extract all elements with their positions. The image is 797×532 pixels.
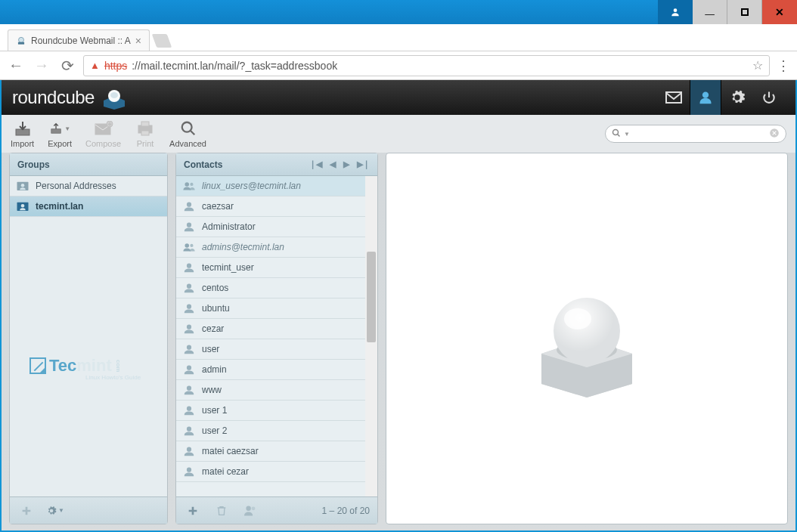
svg-point-36 xyxy=(187,427,191,431)
pager-first-icon[interactable]: ❘◀ xyxy=(309,159,322,169)
task-mail-button[interactable] xyxy=(658,80,690,115)
roundcube-app: roundcube Import xyxy=(0,80,797,532)
advanced-label: Advanced xyxy=(169,139,206,148)
import-label: Import xyxy=(11,139,34,148)
folder-contact-icon xyxy=(16,180,29,192)
add-contact-button[interactable] xyxy=(184,502,202,520)
window-close-button[interactable]: ✕ xyxy=(762,0,797,24)
contact-item[interactable]: caezsar xyxy=(176,196,377,217)
contact-item[interactable]: ubuntu xyxy=(176,298,377,319)
print-label: Print xyxy=(137,139,154,148)
pager-prev-icon[interactable]: ◀ xyxy=(330,159,336,169)
contact-group-item[interactable]: linux_users@tecmint.lan» xyxy=(176,176,377,196)
app-topbar: roundcube xyxy=(2,80,795,115)
person-icon xyxy=(182,384,196,396)
person-icon xyxy=(182,200,196,212)
group-label: Personal Addresses xyxy=(36,181,116,191)
svg-point-21 xyxy=(21,204,25,208)
person-icon xyxy=(182,302,196,314)
contact-placeholder-icon xyxy=(519,271,655,407)
remove-from-group-button[interactable] xyxy=(241,502,259,520)
person-icon xyxy=(182,363,196,376)
nav-back-button[interactable]: ← xyxy=(6,56,26,76)
contact-item[interactable]: tecmint_user xyxy=(176,258,377,278)
task-logout-button[interactable] xyxy=(753,80,785,115)
contact-item[interactable]: matei caezsar xyxy=(176,441,377,462)
groups-footer: ▼ xyxy=(10,496,167,524)
import-button[interactable]: Import xyxy=(11,119,34,148)
contacts-footer: 1 – 20 of 20 xyxy=(176,496,377,524)
contacts-list[interactable]: linux_users@tecmint.lan»caezsarAdministr… xyxy=(176,176,377,496)
contact-label: ubuntu xyxy=(202,303,230,314)
contact-item[interactable]: Administrator xyxy=(176,217,377,237)
contact-item[interactable]: user 1 xyxy=(176,401,377,421)
watermark-subtitle: Linux Howto's Guide xyxy=(85,374,141,381)
contact-item[interactable]: matei cezar xyxy=(176,462,377,482)
svg-point-25 xyxy=(187,223,191,227)
pager-last-icon[interactable]: ▶❘ xyxy=(357,159,370,169)
tab-close-icon[interactable]: × xyxy=(135,35,141,47)
contacts-pager: ❘◀ ◀ ▶ ▶❘ xyxy=(309,159,370,169)
svg-point-23 xyxy=(190,183,193,186)
window-titlebar: _ ✕ xyxy=(0,0,797,24)
add-group-button[interactable] xyxy=(17,502,36,520)
group-icon xyxy=(182,180,196,192)
address-bar[interactable]: ▲ https://mail.tecmint.lan/mail/?_task=a… xyxy=(83,55,770,76)
compose-button: + Compose xyxy=(85,119,121,148)
browser-tab[interactable]: Roundcube Webmail :: A × xyxy=(8,29,150,51)
group-item[interactable]: Personal Addresses xyxy=(10,176,167,196)
new-tab-button[interactable] xyxy=(152,34,172,48)
url-path: ://mail.tecmint.lan/mail/?_task=addressb… xyxy=(132,60,337,72)
contact-detail-pane xyxy=(386,153,788,524)
group-settings-button[interactable]: ▼ xyxy=(46,502,64,520)
contacts-toolbar: Import ▼ Export + Compose Print Advanced xyxy=(2,115,795,153)
contact-item[interactable]: admin xyxy=(176,360,377,380)
svg-point-4 xyxy=(110,92,118,98)
window-minimize-button[interactable]: _ xyxy=(693,0,727,24)
contact-label: matei caezsar xyxy=(202,446,259,456)
contact-group-item[interactable]: admins@tecmint.lan» xyxy=(176,237,377,258)
person-icon xyxy=(182,425,196,437)
scrollbar-thumb[interactable] xyxy=(367,252,376,342)
contact-item[interactable]: user xyxy=(176,339,377,360)
pager-next-icon[interactable]: ▶ xyxy=(343,159,349,169)
person-icon xyxy=(182,221,196,233)
contact-item[interactable]: centos xyxy=(176,278,377,298)
nav-forward-button[interactable]: → xyxy=(32,56,51,76)
export-label: Export xyxy=(48,139,72,148)
svg-point-32 xyxy=(187,345,191,350)
nav-reload-button[interactable]: ⟳ xyxy=(57,56,77,76)
search-box[interactable]: ▼ xyxy=(605,125,786,143)
browser-menu-button[interactable]: ⋮ xyxy=(776,57,791,74)
contacts-scrollbar[interactable] xyxy=(365,176,377,496)
svg-point-30 xyxy=(187,305,191,309)
search-input[interactable] xyxy=(633,128,766,139)
titlebar-user-icon[interactable] xyxy=(658,0,693,24)
delete-contact-button[interactable] xyxy=(212,502,231,520)
export-button[interactable]: ▼ Export xyxy=(48,119,72,148)
contacts-status: 1 – 20 of 20 xyxy=(322,506,370,516)
advanced-button[interactable]: Advanced xyxy=(169,119,206,148)
contact-label: linux_users@tecmint.lan xyxy=(202,181,301,191)
contact-label: user xyxy=(202,344,219,354)
contact-label: Administrator xyxy=(202,221,256,232)
contact-item[interactable]: www xyxy=(176,380,377,401)
svg-rect-14 xyxy=(141,131,149,135)
search-clear-icon[interactable] xyxy=(769,128,780,141)
group-item[interactable]: tecmint.lan xyxy=(10,196,167,217)
contact-item[interactable]: cezar xyxy=(176,319,377,339)
bookmark-star-icon[interactable]: ☆ xyxy=(752,58,763,73)
compose-label: Compose xyxy=(85,139,121,148)
person-icon xyxy=(182,261,196,274)
contacts-header-label: Contacts xyxy=(184,159,222,170)
group-icon xyxy=(182,241,196,253)
svg-point-35 xyxy=(187,407,191,411)
svg-rect-5 xyxy=(666,92,681,103)
task-contacts-button[interactable] xyxy=(690,80,721,115)
search-dropdown-icon[interactable]: ▼ xyxy=(624,131,630,138)
task-settings-button[interactable] xyxy=(721,80,753,115)
contact-item[interactable]: user 2 xyxy=(176,421,377,441)
watermark-logo: Tecmint com xyxy=(29,356,122,376)
contact-label: centos xyxy=(202,283,228,293)
window-maximize-button[interactable] xyxy=(727,0,762,24)
